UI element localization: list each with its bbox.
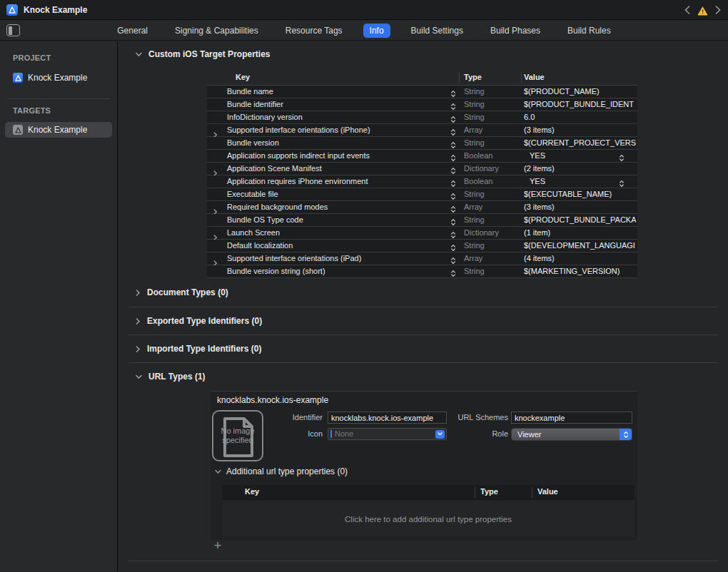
- chevron-right-icon: [136, 290, 141, 296]
- property-value: $(PRODUCT_NAME): [524, 86, 636, 98]
- add-url-type-button[interactable]: +: [211, 539, 224, 552]
- target-tabs: GeneralSigning & CapabilitiesResource Ta…: [0, 21, 728, 41]
- property-key: Launch Screen: [227, 227, 280, 239]
- sidebar-item-label: Knock Example: [28, 73, 87, 83]
- identifier-label: Identifier: [211, 412, 323, 423]
- property-type: Array: [464, 252, 482, 265]
- section-divider: [128, 561, 718, 561]
- property-row[interactable]: Bundle version string (short) String $(M…: [207, 265, 637, 278]
- sidebar-item-target[interactable]: Knock Example: [5, 122, 112, 138]
- section-custom-ios-target-properties[interactable]: Custom iOS Target Properties: [136, 48, 270, 60]
- icon-combobox[interactable]: None: [328, 428, 447, 440]
- property-type: String: [464, 137, 485, 149]
- title-bar: Knock Example: [0, 0, 728, 20]
- info-pane: Custom iOS Target Properties Key Type Va…: [118, 41, 728, 572]
- property-key: Required background modes: [227, 201, 328, 213]
- empty-table-hint: Click here to add additional url type pr…: [345, 515, 512, 524]
- nav-forward-button[interactable]: [715, 6, 721, 14]
- xcode-project-icon: [6, 4, 18, 16]
- property-row[interactable]: Bundle version String $(CURRENT_PROJECT_…: [207, 137, 637, 150]
- property-row[interactable]: Required background modes Array (3 items…: [207, 201, 637, 214]
- tab-resource-tags[interactable]: Resource Tags: [279, 24, 349, 38]
- url-schemes-label: URL Schemes: [449, 412, 508, 423]
- section-divider: [128, 334, 718, 335]
- property-row[interactable]: Application Scene Manifest Dictionary (2…: [207, 163, 637, 175]
- key-stepper-icon[interactable]: [450, 267, 456, 280]
- xcode-window: Knock Example GeneralSigning & Capabilit…: [0, 0, 728, 572]
- nav-back-button[interactable]: [684, 6, 690, 14]
- column-header-key: Key: [245, 487, 259, 496]
- property-row[interactable]: Bundle identifier String $(PRODUCT_BUNDL…: [207, 98, 637, 111]
- property-row[interactable]: Bundle name String $(PRODUCT_NAME): [207, 86, 637, 98]
- section-divider: [128, 307, 718, 307]
- column-header-key: Key: [236, 73, 250, 81]
- sidebar-item-project[interactable]: Knock Example: [5, 70, 112, 86]
- property-type: String: [464, 111, 485, 123]
- property-key: Bundle version: [227, 137, 279, 149]
- sidebar: PROJECT Knock Example TARGETS Knock Exam…: [0, 41, 118, 572]
- tab-general[interactable]: General: [111, 24, 154, 38]
- property-key: InfoDictionary version: [227, 111, 303, 123]
- section-imported-type-identifiers[interactable]: Imported Type Identifiers (0): [136, 343, 261, 354]
- targets-section-header: TARGETS: [13, 106, 51, 115]
- section-document-types[interactable]: Document Types (0): [136, 287, 228, 298]
- property-value: (3 items): [524, 124, 636, 136]
- property-row[interactable]: Executable file String $(EXECUTABLE_NAME…: [207, 188, 637, 201]
- project-icon: [13, 73, 23, 83]
- property-type: String: [464, 86, 485, 98]
- property-row[interactable]: InfoDictionary version String 6.0: [207, 111, 637, 124]
- property-value: 6.0: [524, 111, 636, 123]
- icon-combobox-value: None: [335, 429, 353, 439]
- property-row[interactable]: Application requires iPhone environment …: [207, 175, 637, 188]
- add-property-row[interactable]: Click here to add additional url type pr…: [222, 501, 635, 537]
- property-row[interactable]: Launch Screen Dictionary (1 item): [207, 227, 637, 240]
- section-exported-type-identifiers[interactable]: Exported Type Identifiers (0): [136, 315, 262, 327]
- additional-properties-header[interactable]: Additional url type properties (0): [215, 466, 348, 476]
- chevron-right-icon: [136, 318, 141, 325]
- tab-info[interactable]: Info: [363, 24, 390, 38]
- tab-build-phases[interactable]: Build Phases: [484, 24, 547, 38]
- popup-stepper-icon[interactable]: [620, 429, 632, 440]
- property-type: Dictionary: [464, 227, 499, 239]
- window-title: Knock Example: [24, 5, 87, 15]
- tab-build-settings[interactable]: Build Settings: [405, 24, 470, 38]
- property-key: Default localization: [227, 240, 293, 252]
- property-key: Application Scene Manifest: [227, 163, 322, 175]
- property-key: Bundle identifier: [227, 98, 283, 111]
- identifier-field[interactable]: [328, 412, 447, 424]
- property-type: String: [464, 214, 485, 226]
- property-key: Application supports indirect input even…: [227, 150, 370, 162]
- property-value: (2 items): [524, 163, 636, 175]
- warning-icon[interactable]: [697, 6, 708, 15]
- property-value: (4 items): [524, 252, 636, 265]
- column-header-type: Type: [464, 73, 482, 81]
- combobox-dropdown-icon[interactable]: [435, 430, 445, 439]
- additional-properties-table: Key Type Value Click here to add additio…: [222, 485, 635, 537]
- property-row[interactable]: Supported interface orientations (iPhone…: [207, 124, 637, 137]
- property-key: Executable file: [227, 188, 278, 200]
- section-url-types[interactable]: URL Types (1): [136, 371, 206, 382]
- property-type: String: [464, 265, 485, 277]
- property-key: Bundle OS Type code: [227, 214, 303, 226]
- project-section-header: PROJECT: [13, 53, 51, 62]
- tab-bar: GeneralSigning & CapabilitiesResource Ta…: [0, 21, 728, 41]
- property-row[interactable]: Supported interface orientations (iPad) …: [207, 252, 637, 265]
- properties-table-header: Key Type Value: [207, 71, 637, 86]
- property-type: Array: [464, 124, 482, 136]
- sidebar-divider: [7, 98, 110, 99]
- url-schemes-field[interactable]: [511, 412, 632, 424]
- role-popup[interactable]: Viewer: [511, 428, 632, 441]
- tab-signing-capabilities[interactable]: Signing & Capabilities: [168, 24, 265, 38]
- property-value: $(PRODUCT_BUNDLE_PACKA: [524, 214, 636, 226]
- target-icon: [13, 125, 23, 135]
- property-value: $(PRODUCT_BUNDLE_IDENT: [524, 98, 636, 111]
- text-caret: [330, 430, 332, 438]
- url-type-name: knocklabs.knock.ios-example: [217, 395, 328, 405]
- property-row[interactable]: Default localization String $(DEVELOPMEN…: [207, 240, 637, 252]
- tab-build-rules[interactable]: Build Rules: [561, 24, 617, 38]
- property-type: String: [464, 240, 485, 252]
- property-row[interactable]: Application supports indirect input even…: [207, 150, 637, 163]
- property-row[interactable]: Bundle OS Type code String $(PRODUCT_BUN…: [207, 214, 637, 227]
- column-header-value: Value: [537, 487, 558, 496]
- url-type-item: knocklabs.knock.ios-example No image spe…: [211, 391, 637, 540]
